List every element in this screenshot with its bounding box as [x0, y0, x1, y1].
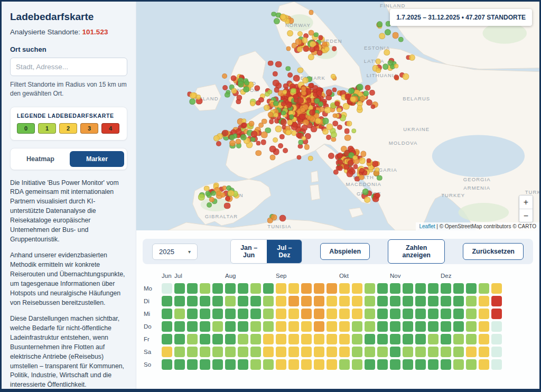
calendar-cell[interactable]	[200, 296, 210, 306]
leaflet-link[interactable]: Leaflet	[419, 223, 435, 229]
calendar-cell[interactable]	[301, 296, 312, 306]
calendar-cell[interactable]	[365, 283, 375, 294]
calendar-cell[interactable]	[288, 309, 299, 319]
map-marker[interactable]	[271, 12, 276, 17]
range-jul-dez-button[interactable]: Jul – Dez	[267, 240, 302, 263]
calendar-cell[interactable]	[327, 334, 337, 344]
calendar-cell[interactable]	[377, 309, 388, 319]
calendar-cell[interactable]	[491, 296, 502, 306]
calendar-cell[interactable]	[288, 359, 299, 370]
map-marker[interactable]	[273, 80, 279, 87]
calendar-cell[interactable]	[491, 283, 502, 294]
map-marker[interactable]	[301, 86, 306, 92]
map-marker[interactable]	[281, 101, 287, 107]
map-marker[interactable]	[324, 46, 330, 52]
map-marker[interactable]	[244, 80, 249, 86]
map-marker[interactable]	[326, 123, 333, 130]
map-marker[interactable]	[392, 32, 399, 39]
map-marker[interactable]	[332, 46, 337, 52]
map-marker[interactable]	[359, 168, 365, 173]
calendar-cell[interactable]	[263, 321, 274, 332]
heatmap-toggle-button[interactable]: Heatmap	[13, 151, 68, 167]
calendar-cell[interactable]	[453, 283, 464, 294]
map-marker[interactable]	[285, 66, 291, 71]
calendar-cell[interactable]	[301, 283, 312, 294]
calendar-cell[interactable]	[162, 321, 172, 332]
map-marker[interactable]	[295, 38, 302, 45]
calendar-cell[interactable]	[212, 359, 223, 370]
calendar-cell[interactable]	[174, 359, 185, 370]
calendar-cell[interactable]	[200, 321, 210, 332]
calendar-cell[interactable]	[415, 359, 426, 370]
map-marker[interactable]	[269, 146, 276, 153]
calendar-cell[interactable]	[212, 309, 223, 319]
calendar-cell[interactable]	[466, 296, 477, 306]
map-marker[interactable]	[357, 105, 362, 110]
calendar-cell[interactable]	[466, 309, 477, 319]
calendar-cell[interactable]	[390, 359, 400, 370]
map-marker[interactable]	[287, 30, 293, 36]
map-marker[interactable]	[254, 85, 260, 91]
calendar-cell[interactable]	[428, 334, 439, 344]
calendar-cell[interactable]	[377, 347, 388, 357]
calendar-cell[interactable]	[466, 347, 477, 357]
calendar-cell[interactable]	[276, 296, 286, 306]
calendar-cell[interactable]	[453, 309, 464, 319]
calendar-cell[interactable]	[327, 283, 337, 294]
map-marker[interactable]	[379, 33, 385, 39]
map-marker[interactable]	[285, 129, 292, 136]
calendar-cell[interactable]	[200, 309, 210, 319]
calendar-cell[interactable]	[339, 334, 350, 344]
calendar-cell[interactable]	[441, 359, 451, 370]
calendar-cell[interactable]	[390, 321, 400, 332]
calendar-cell[interactable]	[212, 296, 223, 306]
calendar-cell[interactable]	[314, 309, 324, 319]
calendar-cell[interactable]	[415, 309, 426, 319]
play-button[interactable]: Abspielen	[320, 243, 370, 260]
calendar-cell[interactable]	[250, 359, 261, 370]
map-marker[interactable]	[365, 85, 371, 91]
calendar-cell[interactable]	[212, 283, 223, 294]
map-marker[interactable]	[268, 111, 274, 117]
map-marker[interactable]	[331, 74, 337, 80]
calendar-cell[interactable]	[187, 283, 198, 294]
calendar-cell[interactable]	[238, 321, 248, 332]
map-marker[interactable]	[309, 83, 314, 88]
map-marker[interactable]	[358, 92, 363, 97]
calendar-cell[interactable]	[403, 283, 413, 294]
calendar-cell[interactable]	[225, 283, 236, 294]
calendar-cell[interactable]	[466, 359, 477, 370]
calendar-cell[interactable]	[288, 296, 299, 306]
calendar-cell[interactable]	[428, 283, 439, 294]
calendar-cell[interactable]	[428, 347, 439, 357]
calendar-cell[interactable]	[162, 309, 172, 319]
calendar-cell[interactable]	[352, 347, 362, 357]
map-marker[interactable]	[275, 126, 282, 133]
calendar-cell[interactable]	[174, 321, 185, 332]
calendar-cell[interactable]	[403, 334, 413, 344]
calendar-cell[interactable]	[225, 296, 236, 306]
calendar-cell[interactable]	[365, 347, 375, 357]
calendar-cell[interactable]	[428, 321, 439, 332]
calendar-cell[interactable]	[441, 296, 451, 306]
reset-button[interactable]: Zurücksetzen	[463, 243, 524, 260]
map-marker[interactable]	[274, 87, 279, 93]
map-marker[interactable]	[364, 197, 370, 203]
zoom-out-button[interactable]: −	[519, 209, 533, 222]
calendar-cell[interactable]	[339, 359, 350, 370]
calendar-cell[interactable]	[187, 359, 198, 370]
map-marker[interactable]	[315, 118, 321, 124]
calendar-cell[interactable]	[288, 347, 299, 357]
calendar-cell[interactable]	[327, 321, 337, 332]
calendar-cell[interactable]	[187, 309, 198, 319]
map-marker[interactable]	[344, 134, 351, 141]
calendar-cell[interactable]	[428, 296, 439, 306]
calendar-cell[interactable]	[403, 321, 413, 332]
calendar-cell[interactable]	[225, 347, 236, 357]
map-canvas[interactable]: FINLANDNORWAYSWEDENESTONIALATVIALITHUANI…	[136, 2, 539, 230]
calendar-cell[interactable]	[339, 283, 350, 294]
calendar-cell[interactable]	[327, 296, 337, 306]
map-marker[interactable]	[268, 60, 274, 66]
map-marker[interactable]	[297, 97, 304, 104]
show-numbers-button[interactable]: Zahlen anzeigen	[388, 239, 445, 264]
